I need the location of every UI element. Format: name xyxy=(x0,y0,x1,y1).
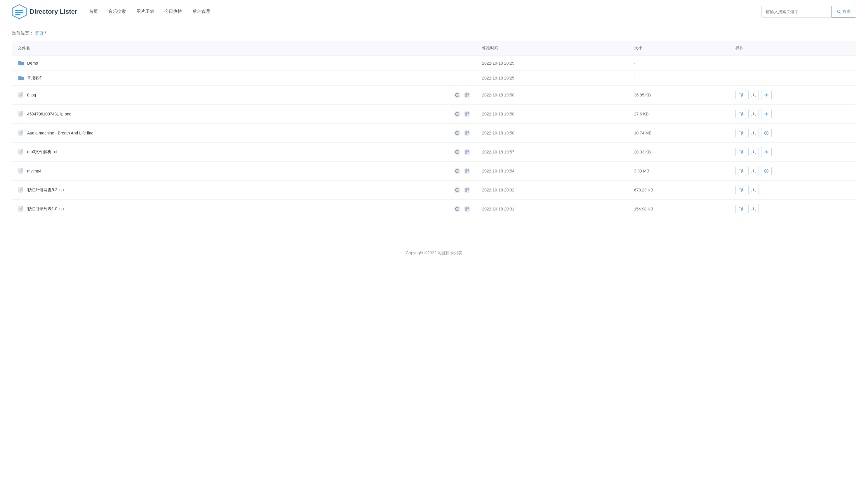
copy-button[interactable] xyxy=(736,128,746,138)
download-button[interactable] xyxy=(748,147,759,157)
svg-rect-42 xyxy=(19,130,23,135)
svg-point-31 xyxy=(457,113,458,113)
nav-item-image[interactable]: 图片压缩 xyxy=(136,9,154,14)
preview-button[interactable] xyxy=(761,109,772,119)
copy-button[interactable] xyxy=(736,147,746,157)
svg-rect-93 xyxy=(739,170,742,173)
nav-item-admin[interactable]: 后台管理 xyxy=(192,9,210,14)
search-icon xyxy=(837,10,841,14)
file-time: 2022-10-18 19:50 xyxy=(476,124,628,143)
file-name-cell: 彩虹目录列表1.0.zip xyxy=(12,200,476,219)
svg-rect-53 xyxy=(468,134,468,134)
qr-icon[interactable] xyxy=(464,130,470,136)
svg-marker-95 xyxy=(766,170,767,172)
nav-item-home[interactable]: 首页 xyxy=(89,9,98,14)
qr-icon[interactable] xyxy=(464,206,470,212)
svg-rect-70 xyxy=(466,152,467,154)
svg-rect-55 xyxy=(468,134,468,135)
nav-item-trending[interactable]: 今日热榜 xyxy=(164,9,182,14)
copy-button[interactable] xyxy=(736,204,746,214)
info-icon[interactable] xyxy=(454,149,460,155)
svg-rect-90 xyxy=(468,172,469,172)
svg-rect-73 xyxy=(468,153,468,154)
svg-rect-34 xyxy=(466,115,467,116)
qr-icon[interactable] xyxy=(464,168,470,174)
breadcrumb-home[interactable]: 首页 xyxy=(35,30,43,35)
file-icon xyxy=(18,92,24,98)
svg-point-41 xyxy=(766,113,767,115)
qr-icon[interactable] xyxy=(464,111,470,117)
svg-rect-106 xyxy=(466,191,467,192)
preview-button[interactable] xyxy=(761,147,772,157)
svg-rect-68 xyxy=(466,150,467,152)
play-button[interactable] xyxy=(761,128,772,138)
download-button[interactable] xyxy=(748,109,759,119)
breadcrumb-separator: / xyxy=(45,30,46,35)
info-icon[interactable] xyxy=(454,92,460,98)
svg-point-13 xyxy=(457,94,458,94)
file-name-cell: 45047061007431-lp.png xyxy=(12,105,476,124)
file-icon xyxy=(18,130,24,136)
svg-rect-35 xyxy=(468,115,468,115)
info-icon[interactable] xyxy=(454,187,460,193)
copy-button[interactable] xyxy=(736,166,746,176)
copy-button[interactable] xyxy=(736,185,746,195)
file-time: 2022-10-18 20:25 xyxy=(476,71,628,86)
table-row: 45047061007431-lp.png2022-10-18 19:5027.… xyxy=(12,105,856,124)
qr-icon[interactable] xyxy=(464,149,470,155)
svg-rect-78 xyxy=(19,168,23,173)
download-button[interactable] xyxy=(748,185,759,195)
nav-item-music[interactable]: 音乐搜索 xyxy=(108,9,126,14)
table-row: 彩虹目录列表1.0.zip2022-10-18 20:31154.98 KB xyxy=(12,200,856,219)
download-button[interactable] xyxy=(748,166,759,176)
file-actions xyxy=(730,105,856,124)
svg-point-103 xyxy=(457,189,458,190)
svg-rect-87 xyxy=(468,170,469,171)
svg-rect-127 xyxy=(739,208,742,211)
table-row: Demo2022-10-18 20:25- xyxy=(12,56,856,71)
svg-rect-72 xyxy=(468,152,469,153)
header: Directory Lister 首页 音乐搜索 图片压缩 今日热榜 后台管理 … xyxy=(0,0,868,23)
table-row: 常用软件2022-10-18 20:25- xyxy=(12,71,856,86)
svg-rect-121 xyxy=(468,207,469,209)
info-icon[interactable] xyxy=(454,111,460,117)
svg-point-22 xyxy=(765,94,768,96)
copy-button[interactable] xyxy=(736,109,746,119)
svg-rect-112 xyxy=(19,206,23,211)
svg-rect-19 xyxy=(468,96,468,97)
info-icon[interactable] xyxy=(454,168,460,174)
file-name-cell: Demo xyxy=(12,56,476,71)
svg-point-76 xyxy=(765,151,768,153)
file-time: 2022-10-18 20:25 xyxy=(476,56,628,71)
download-button[interactable] xyxy=(748,128,759,138)
svg-marker-59 xyxy=(766,133,767,134)
search-input[interactable] xyxy=(762,6,832,18)
svg-rect-105 xyxy=(468,189,469,190)
logo[interactable]: Directory Lister xyxy=(12,4,78,19)
file-time: 2022-10-18 19:57 xyxy=(476,143,628,162)
logo-text: Directory Lister xyxy=(30,8,78,16)
table-row: mv.mp42022-10-18 19:543.93 MB xyxy=(12,162,856,181)
file-name-cell: mp3文件解析.txt xyxy=(12,143,476,162)
svg-rect-17 xyxy=(468,95,468,96)
info-icon[interactable] xyxy=(454,206,460,212)
info-icon[interactable] xyxy=(454,130,460,136)
download-button[interactable] xyxy=(748,204,759,214)
copy-button[interactable] xyxy=(736,90,746,100)
folder-icon xyxy=(18,75,24,81)
search-button[interactable]: 搜索 xyxy=(832,6,856,18)
table-row: Audio machine - Breath And Life.flac2022… xyxy=(12,124,856,143)
download-button[interactable] xyxy=(748,90,759,100)
qr-icon[interactable] xyxy=(464,92,470,98)
file-size: 20.33 KB xyxy=(628,143,730,162)
qr-icon[interactable] xyxy=(464,187,470,193)
svg-rect-111 xyxy=(739,189,742,192)
play-button[interactable] xyxy=(761,166,772,176)
preview-button[interactable] xyxy=(761,90,772,100)
svg-rect-15 xyxy=(468,93,469,95)
file-name-cell: 常用软件 xyxy=(12,71,476,86)
file-actions xyxy=(730,71,856,86)
svg-rect-104 xyxy=(466,189,467,190)
svg-rect-71 xyxy=(468,152,468,153)
file-name-cell: Audio machine - Breath And Life.flac xyxy=(12,124,476,143)
